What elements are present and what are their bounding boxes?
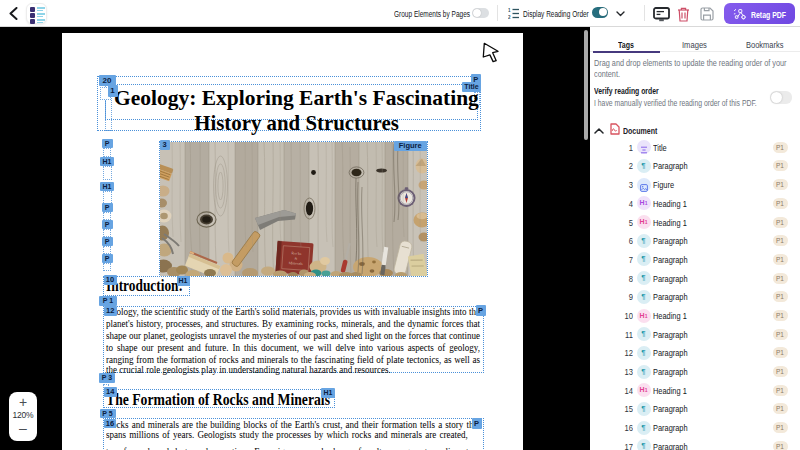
svg-text:2: 2 (508, 15, 511, 19)
svg-text:1: 1 (508, 8, 511, 13)
